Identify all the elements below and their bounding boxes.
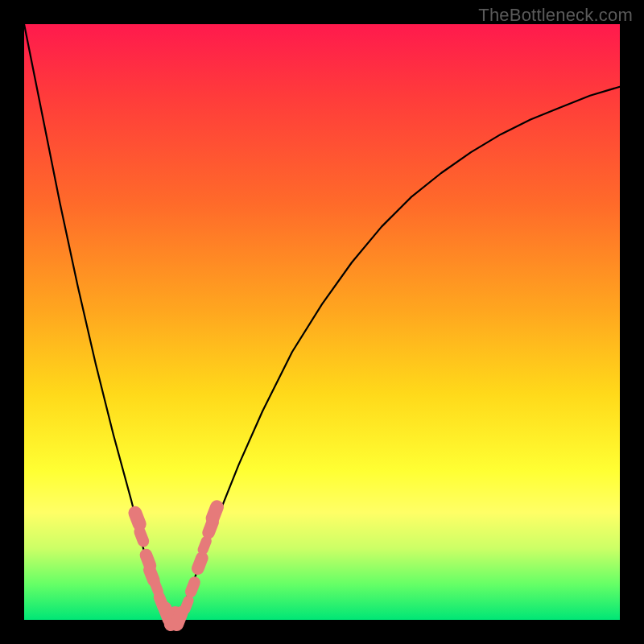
svg-line-4 [155,583,158,592]
svg-line-10 [191,582,195,592]
svg-line-11 [198,558,202,568]
svg-line-0 [135,513,139,524]
svg-line-12 [203,541,206,550]
outer-frame: TheBottleneck.com [0,0,644,644]
chart-svg [24,24,620,620]
svg-line-9 [185,601,188,609]
curve-markers [135,507,217,625]
svg-line-8 [177,613,181,625]
bottleneck-curve [24,24,620,620]
svg-line-1 [140,532,144,542]
svg-line-14 [213,507,217,518]
watermark-text: TheBottleneck.com [478,5,633,26]
plot-area [24,24,620,620]
